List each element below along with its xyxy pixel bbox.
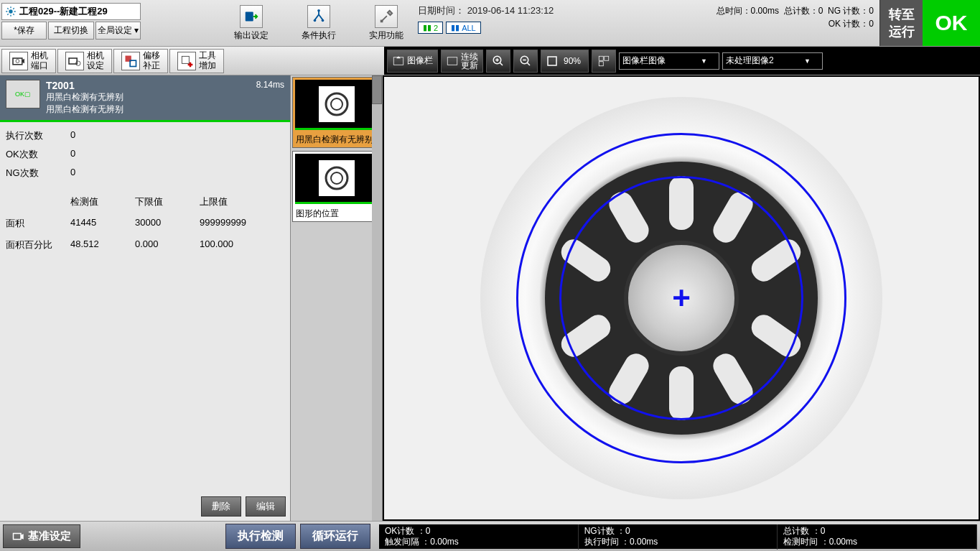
action-bar: 基准设定 执行检测 循环运行 OK计数 ：0 触发间隔 ：0.00ms NG计数… <box>0 521 980 551</box>
base-settings-button[interactable]: 基准设定 <box>3 524 80 548</box>
status-bar: OK计数 ：0 触发间隔 ：0.00ms NG计数 ：0 执行时间 ：0.00m… <box>379 524 977 549</box>
row-area-pct: 面积百分比 48.512 0.000 100.000 <box>6 234 284 256</box>
left-bottom-buttons: 删除 编辑 <box>0 492 290 521</box>
svg-point-4 <box>322 19 325 22</box>
tool-sub1: 用黑白检测有无辨别 <box>46 91 284 103</box>
svg-point-7 <box>16 59 19 62</box>
zoom-out-button[interactable] <box>513 50 538 73</box>
project-buttons: *保存 工程切换 全局设定 ▾ <box>1 22 141 40</box>
part-image: + <box>480 97 882 499</box>
switch-project-button[interactable]: 工程切换 <box>48 22 93 40</box>
condition-exec-button[interactable]: 条件执行 <box>296 2 342 45</box>
tool-add-button[interactable]: 工具 增加 <box>169 49 224 73</box>
output-settings-button[interactable]: 输出设定 <box>228 2 274 45</box>
project-title-text: 工程029--新建工程29 <box>19 5 108 18</box>
crosshair-icon: + <box>672 280 691 316</box>
main-area: OK▢ T2001 用黑白检测有无辨别 用黑白检测有无辨别 8.14ms 执行次… <box>0 75 980 521</box>
camera-gear-icon <box>65 52 84 70</box>
svg-rect-27 <box>14 533 22 539</box>
image-process-dropdown[interactable]: 未处理图像2 <box>722 52 823 70</box>
save-button[interactable]: *保存 <box>1 22 47 40</box>
camera-settings-button[interactable]: 相机 设定 <box>57 49 112 73</box>
zoom-percent: 90% <box>561 56 584 66</box>
gear-icon <box>5 6 17 17</box>
image-source-dropdown[interactable]: 图像栏图像 <box>619 52 719 70</box>
zoom-out-icon <box>519 55 532 68</box>
utility-button[interactable]: 实用功能 <box>363 2 409 45</box>
layout-button[interactable] <box>592 50 616 73</box>
svg-rect-18 <box>599 56 603 60</box>
edit-button[interactable]: 编辑 <box>246 496 286 517</box>
toolbar-left: 相机 端口 相机 设定 偏移 补正 工具 增加 <box>0 47 384 75</box>
topbar-stats: 总时间：0.00ms 总计数：0 NG 计数：0 OK 计数：0 <box>711 0 879 46</box>
row-area: 面积 41445 30000 999999999 <box>6 213 284 234</box>
run-mode-button[interactable]: 转至 运行 <box>879 0 923 46</box>
thumbnail-column: 用黑白检测有无辨别 图形的位置 <box>291 75 383 521</box>
svg-point-2 <box>317 9 320 11</box>
thumb-1-image <box>295 80 378 130</box>
indicator-all[interactable]: ▮▮ ALL <box>446 22 481 34</box>
svg-rect-19 <box>605 56 609 60</box>
tool-name: T2001 <box>46 80 284 91</box>
add-icon <box>177 52 196 70</box>
global-settings-button[interactable]: 全局设定 ▾ <box>95 22 141 40</box>
thumb-scrollbar[interactable] <box>372 75 382 521</box>
svg-point-3 <box>314 19 317 22</box>
svg-rect-1 <box>246 11 253 21</box>
topbar-left: 工程029--新建工程29 *保存 工程切换 全局设定 ▾ <box>0 0 142 46</box>
layout-icon <box>597 55 610 68</box>
zoom-fit-button[interactable]: 90% <box>541 50 589 73</box>
svg-rect-13 <box>393 57 403 65</box>
indicator-2[interactable]: ▮▮ 2 <box>418 22 443 34</box>
tool-icon: OK▢ <box>6 80 40 108</box>
zoom-in-button[interactable] <box>486 50 510 73</box>
zoom-in-icon <box>492 55 505 68</box>
delete-button[interactable]: 删除 <box>201 496 241 517</box>
offset-icon <box>121 52 140 70</box>
tool-time: 8.14ms <box>256 80 284 90</box>
svg-rect-21 <box>319 86 355 122</box>
svg-rect-12 <box>182 56 189 63</box>
svg-point-0 <box>9 9 12 13</box>
svg-rect-5 <box>381 19 383 22</box>
value-grid: 检测值 下限值 上限值 面积 41445 30000 999999999 面积百… <box>0 187 290 260</box>
camera-small-icon <box>12 532 25 542</box>
datetime-value: 2019-06-14 11:23:12 <box>467 5 554 16</box>
offset-button[interactable]: 偏移 补正 <box>113 49 168 73</box>
project-title[interactable]: 工程029--新建工程29 <box>1 3 141 20</box>
left-panel: OK▢ T2001 用黑白检测有无辨别 用黑白检测有无辨别 8.14ms 执行次… <box>0 75 291 521</box>
thumb-2[interactable]: 图形的位置 <box>292 151 381 222</box>
thumb-1[interactable]: 用黑白检测有无辨别 <box>292 77 381 148</box>
toolbar: 相机 端口 相机 设定 偏移 补正 工具 增加 图像栏 连续 更新 90% <box>0 47 980 75</box>
refresh-icon <box>446 55 459 68</box>
top-bar: 工程029--新建工程29 *保存 工程切换 全局设定 ▾ 输出设定 条件执行 … <box>0 0 980 47</box>
continuous-update-button[interactable]: 连续 更新 <box>441 50 483 73</box>
indicator-row: ▮▮ 2 ▮▮ ALL <box>418 22 554 34</box>
datetime-label: 日期时间： <box>418 5 465 16</box>
datetime-block: 日期时间： 2019-06-14 11:23:12 ▮▮ 2 ▮▮ ALL <box>409 0 562 46</box>
output-icon <box>240 5 263 28</box>
camera-port-button[interactable]: 相机 端口 <box>1 49 56 73</box>
svg-rect-14 <box>447 57 457 65</box>
svg-rect-24 <box>319 160 355 196</box>
tool-header[interactable]: OK▢ T2001 用黑白检测有无辨别 用黑白检测有无辨别 8.14ms <box>0 75 290 122</box>
image-bar-button[interactable]: 图像栏 <box>387 50 438 73</box>
viewer-toolbar: 图像栏 连续 更新 90% 图像栏图像 未处理图像2 <box>384 47 980 75</box>
fit-icon <box>546 55 559 68</box>
svg-rect-17 <box>548 57 556 65</box>
image-icon <box>392 55 405 68</box>
execute-detect-button[interactable]: 执行检测 <box>225 524 296 549</box>
exec-stats: 执行次数0 OK次数0 NG次数0 <box>0 122 290 187</box>
ok-status: OK <box>923 0 980 46</box>
branch-icon <box>307 5 330 28</box>
topbar-mid: 输出设定 条件执行 实用功能 <box>142 0 409 46</box>
viewer-canvas[interactable]: + <box>384 77 979 519</box>
loop-run-button[interactable]: 循环运行 <box>300 524 370 549</box>
svg-rect-20 <box>599 61 603 65</box>
thumb-2-image <box>295 154 378 204</box>
camera-icon <box>9 52 28 70</box>
tool-sub2: 用黑白检测有无辨别 <box>46 103 284 116</box>
image-viewer: + <box>383 75 980 521</box>
tools-icon <box>375 5 398 28</box>
